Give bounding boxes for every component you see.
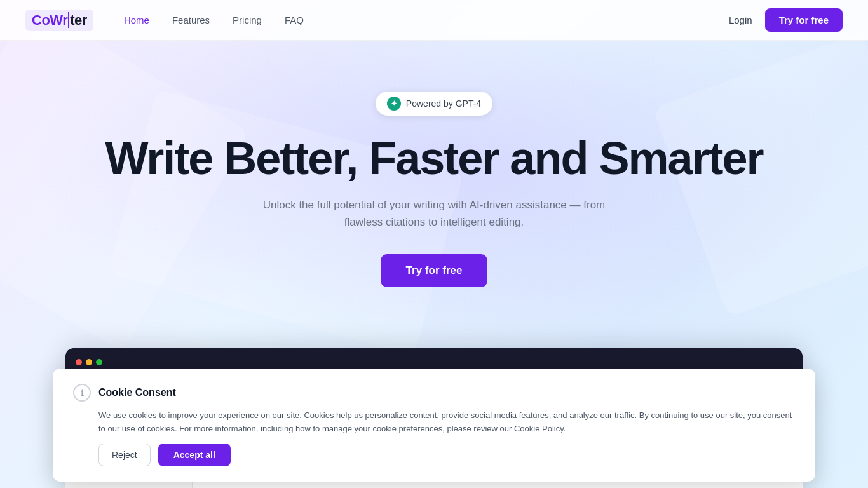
close-dot bbox=[76, 359, 82, 365]
cookie-title: Cookie Consent bbox=[98, 387, 176, 398]
logo-text: CoWrter bbox=[25, 10, 93, 31]
try-free-button-hero[interactable]: Try for free bbox=[381, 254, 488, 287]
logo[interactable]: CoWrter bbox=[25, 10, 93, 31]
login-button[interactable]: Login bbox=[729, 15, 752, 25]
cookie-actions: Reject Accept all bbox=[73, 444, 795, 466]
nav-links: Home Features Pricing FAQ bbox=[124, 15, 729, 25]
nav-faq[interactable]: FAQ bbox=[285, 15, 304, 25]
minimize-dot bbox=[86, 359, 92, 365]
try-free-button-nav[interactable]: Try for free bbox=[765, 8, 843, 32]
hero-section: ✦ Powered by GPT-4 Write Better, Faster … bbox=[0, 41, 868, 287]
nav-pricing[interactable]: Pricing bbox=[233, 15, 262, 25]
hero-title: Write Better, Faster and Smarter bbox=[105, 133, 763, 184]
gpt-icon: ✦ bbox=[387, 97, 401, 111]
gpt-badge-text: Powered by GPT-4 bbox=[406, 98, 481, 109]
navbar: CoWrter Home Features Pricing FAQ Login … bbox=[0, 0, 868, 41]
nav-actions: Login Try for free bbox=[729, 8, 843, 32]
cookie-info-icon: ℹ bbox=[73, 384, 91, 402]
gpt-badge: ✦ Powered by GPT-4 bbox=[376, 92, 492, 116]
nav-features[interactable]: Features bbox=[172, 15, 210, 25]
maximize-dot bbox=[96, 359, 102, 365]
accept-button[interactable]: Accept all bbox=[158, 444, 231, 466]
cookie-header: ℹ Cookie Consent bbox=[73, 384, 795, 402]
cookie-text: We use cookies to improve your experienc… bbox=[73, 409, 795, 436]
nav-home[interactable]: Home bbox=[124, 15, 149, 25]
cookie-banner: ℹ Cookie Consent We use cookies to impro… bbox=[53, 369, 815, 482]
reject-button[interactable]: Reject bbox=[98, 444, 151, 466]
hero-subtitle: Unlock the full potential of your writin… bbox=[243, 196, 625, 231]
